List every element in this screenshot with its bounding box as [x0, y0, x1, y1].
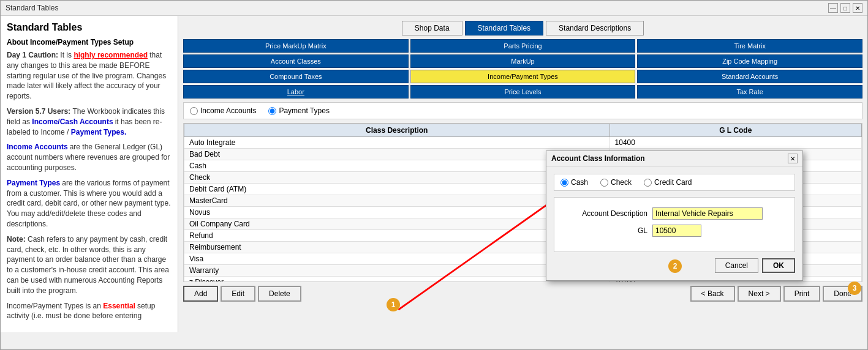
cash-radio-text: Cash	[571, 178, 588, 187]
gl-label: GL	[562, 226, 647, 235]
labor-button[interactable]: Labor	[183, 85, 409, 99]
back-label: < Back	[701, 289, 724, 298]
print-button[interactable]: Print	[783, 286, 821, 302]
title-bar: Standard Tables — □ ✕	[1, 1, 867, 16]
check-radio[interactable]	[600, 179, 608, 187]
compound-taxes-button[interactable]: Compound Taxes	[183, 70, 409, 83]
price-levels-button[interactable]: Price Levels	[410, 85, 636, 99]
tire-matrix-button[interactable]: Tire Matrix	[637, 39, 862, 53]
day1-label: Day 1 Caution:	[7, 51, 60, 59]
day1-text: It is	[60, 51, 74, 59]
income-accounts-radio-text: Income Accounts	[200, 106, 256, 115]
essential-prefix: Income/Payment Types is an	[7, 302, 103, 310]
parts-pricing-button[interactable]: Parts Pricing	[410, 39, 636, 53]
radio-group: Income Accounts Payment Types	[183, 102, 862, 119]
close-button[interactable]: ✕	[853, 3, 862, 13]
payment-types-bold: Payment Types	[7, 179, 60, 187]
grid-buttons: Price MarkUp Matrix Parts Pricing Tire M…	[183, 39, 862, 99]
minimize-button[interactable]: —	[828, 3, 838, 13]
dialog-close-button[interactable]: ✕	[788, 154, 798, 163]
add-label: Add	[194, 289, 207, 298]
standard-descriptions-button[interactable]: Standard Descriptions	[546, 21, 644, 35]
edit-button[interactable]: Edit	[221, 286, 255, 302]
dialog-radio-group: Cash Check Credit Card	[554, 174, 795, 191]
edit-label: Edit	[232, 289, 244, 298]
version-label: Version 5.7 Users:	[7, 107, 72, 116]
dialog-title: Account Class Information	[551, 154, 645, 163]
check-radio-label[interactable]: Check	[600, 178, 632, 187]
price-markup-matrix-button[interactable]: Price MarkUp Matrix	[183, 39, 409, 53]
sidebar-title: Standard Tables	[7, 22, 172, 33]
cash-radio[interactable]	[560, 179, 568, 187]
credit-card-radio[interactable]	[644, 179, 652, 187]
ok-button[interactable]: OK	[762, 258, 795, 273]
table-cell-gl: 10400	[609, 137, 861, 149]
delete-button[interactable]: Delete	[258, 286, 301, 302]
zip-code-mapping-button[interactable]: Zip Code Mapping	[637, 54, 862, 68]
gl-input[interactable]	[652, 225, 701, 237]
income-accounts-bold: Income Accounts	[7, 143, 68, 151]
sidebar-para-3: Income Accounts are the General Ledger (…	[7, 142, 172, 173]
maximize-button[interactable]: □	[840, 3, 850, 13]
payment-types-radio-text: Payment Types	[279, 106, 330, 115]
step2-circle: 2	[668, 259, 682, 273]
dialog-title-bar: Account Class Information ✕	[546, 151, 802, 166]
standard-accounts-button[interactable]: Standard Accounts	[637, 70, 862, 83]
sidebar-para-1: Day 1 Caution: It is highly recommended …	[7, 50, 172, 102]
col-header-desc: Class Description	[184, 124, 610, 137]
credit-card-radio-label[interactable]: Credit Card	[644, 178, 692, 187]
delete-label: Delete	[269, 289, 290, 298]
payment-types-radio[interactable]	[268, 107, 276, 115]
next-label: Next >	[749, 289, 770, 298]
note-text: Cash refers to any payment by cash, cred…	[7, 235, 169, 295]
top-nav: Shop Data Standard Tables Standard Descr…	[183, 21, 862, 35]
income-accounts-radio-label[interactable]: Income Accounts	[190, 106, 256, 115]
cancel-button[interactable]: Cancel	[715, 258, 758, 273]
account-description-label: Account Description	[562, 209, 647, 218]
sidebar-para-6: Income/Payment Types is an Essential set…	[7, 301, 172, 322]
note-label: Note:	[7, 235, 28, 244]
standard-tables-button[interactable]: Standard Tables	[465, 21, 544, 35]
tax-rate-button[interactable]: Tax Rate	[637, 85, 862, 99]
income-payment-types-button[interactable]: Income/Payment Types	[410, 70, 636, 83]
add-button[interactable]: Add	[183, 286, 218, 302]
table-row[interactable]: Auto Integrate10400	[184, 137, 862, 149]
income-cash: Income/Cash Accounts	[32, 117, 113, 126]
bottom-buttons: Add Edit Delete < Back Next >	[183, 286, 862, 302]
account-description-row: Account Description	[562, 207, 787, 220]
account-classes-button[interactable]: Account Classes	[183, 54, 409, 68]
dialog-form: Account Description GL	[554, 197, 795, 252]
col-header-gl: G L Code	[609, 124, 861, 137]
window-controls: — □ ✕	[828, 3, 862, 13]
payment-types-ref: Payment Types.	[71, 128, 126, 136]
income-accounts-radio[interactable]	[190, 107, 198, 115]
credit-card-radio-text: Credit Card	[654, 178, 692, 187]
account-description-input[interactable]	[652, 207, 763, 220]
payment-types-radio-label[interactable]: Payment Types	[268, 106, 330, 115]
sidebar-para-5: Note: Cash refers to any payment by cash…	[7, 234, 172, 296]
sidebar-para-4: Payment Types are the various forms of p…	[7, 178, 172, 229]
highly-recommended: highly recommended	[74, 51, 148, 59]
next-button[interactable]: Next >	[738, 286, 781, 302]
step1-circle: 1	[387, 298, 400, 311]
essential-label: Essential	[103, 302, 135, 310]
back-button[interactable]: < Back	[690, 286, 735, 302]
markup-button[interactable]: MarkUp	[410, 54, 636, 68]
sidebar-section-title: About Income/Payment Types Setup	[7, 38, 172, 47]
table-cell-desc: Auto Integrate	[184, 137, 610, 149]
sidebar: Standard Tables About Income/Payment Typ…	[1, 16, 178, 332]
shop-data-button[interactable]: Shop Data	[402, 21, 462, 35]
sidebar-para-2: Version 5.7 Users: The Workbook indicate…	[7, 106, 172, 137]
print-label: Print	[794, 289, 810, 298]
step3-circle: 3	[848, 281, 861, 295]
gl-row: GL	[562, 225, 787, 237]
cash-radio-label[interactable]: Cash	[560, 178, 588, 187]
check-radio-text: Check	[611, 178, 632, 187]
window-title: Standard Tables	[6, 4, 59, 12]
